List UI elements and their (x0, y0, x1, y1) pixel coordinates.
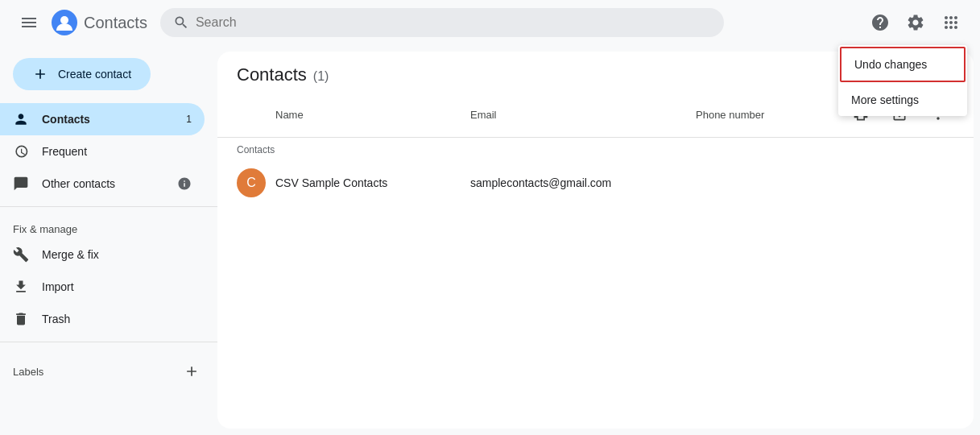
main-area: Create contact Contacts 1 Frequent (0, 45, 980, 435)
trash-label: Trash (42, 313, 70, 325)
sidebar-item-other-contacts[interactable]: Other contacts (0, 168, 205, 200)
import-label: Import (42, 280, 74, 293)
contacts-label: Contacts (42, 113, 90, 126)
search-input[interactable] (196, 15, 711, 30)
search-bar[interactable] (160, 8, 724, 37)
sidebar: Create contact Contacts 1 Frequent (0, 45, 217, 435)
sidebar-item-contacts[interactable]: Contacts 1 (0, 103, 205, 135)
sidebar-item-import[interactable]: Import (0, 271, 205, 303)
sidebar-item-frequent[interactable]: Frequent (0, 135, 205, 168)
dropdown-menu: Undo changes More settings (838, 45, 967, 116)
contacts-badge: 1 (186, 114, 192, 125)
avatar: C (237, 168, 266, 197)
create-contact-button[interactable]: Create contact (13, 58, 151, 90)
top-bar: Contacts (0, 0, 980, 45)
col-email-header: Email (470, 109, 696, 121)
merge-fix-label: Merge & fix (42, 248, 99, 261)
other-contacts-info-icon[interactable] (177, 176, 192, 191)
apps-button[interactable] (935, 6, 967, 39)
help-button[interactable] (864, 6, 896, 39)
top-actions (864, 6, 967, 39)
app-logo: Contacts (52, 10, 147, 35)
group-label: Contacts (217, 138, 974, 162)
frequent-label: Frequent (42, 145, 87, 158)
contact-email: samplecontacts@gmail.com (470, 176, 696, 189)
table-row[interactable]: C CSV Sample Contacts samplecontacts@gma… (217, 162, 974, 204)
other-contacts-label: Other contacts (42, 177, 115, 190)
svg-point-1 (60, 16, 68, 24)
labels-section: Labels (0, 349, 217, 387)
contact-name: CSV Sample Contacts (275, 176, 470, 189)
app-title: Contacts (84, 14, 147, 32)
search-icon (173, 14, 189, 31)
menu-icon[interactable] (13, 6, 45, 39)
add-label-button[interactable] (179, 358, 205, 384)
undo-changes-item[interactable]: Undo changes (840, 47, 966, 82)
create-contact-label: Create contact (58, 68, 131, 81)
sidebar-item-merge-fix[interactable]: Merge & fix (0, 238, 205, 271)
content-title-text: Contacts (237, 64, 307, 85)
settings-button[interactable] (899, 6, 932, 39)
more-settings-item[interactable]: More settings (838, 84, 967, 116)
fix-manage-label: Fix & manage (0, 213, 217, 238)
sidebar-divider-2 (0, 342, 217, 342)
contact-count: (1) (313, 69, 329, 84)
col-name-header: Name (237, 109, 470, 121)
col-phone-header: Phone number (696, 109, 845, 121)
sidebar-divider (0, 206, 217, 207)
labels-label: Labels (13, 366, 43, 378)
sidebar-item-trash[interactable]: Trash (0, 303, 205, 335)
